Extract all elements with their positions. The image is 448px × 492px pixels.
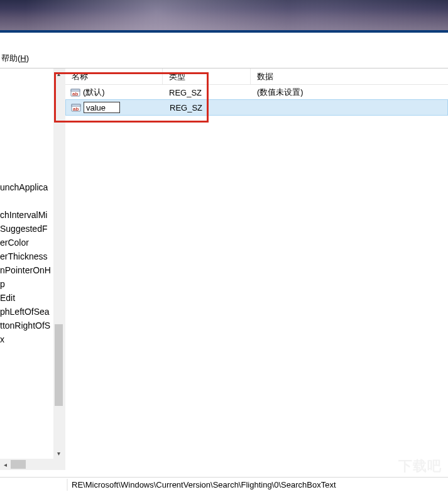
scroll-thumb[interactable] <box>55 324 63 406</box>
cell-name[interactable]: ab <box>66 102 163 113</box>
tree-item[interactable]: unchApplica <box>0 180 57 194</box>
scroll-up-button[interactable]: ▴ <box>53 68 64 79</box>
tree-item[interactable]: x <box>0 332 57 346</box>
tree-item[interactable]: erThickness <box>0 249 57 263</box>
tree-list[interactable]: unchApplica chIntervalMiSuggestedFerColo… <box>0 68 57 346</box>
column-header-type[interactable]: 类型 <box>163 68 251 84</box>
list-body[interactable]: ab(默认)REG_SZ(数值未设置)abREG_SZ <box>65 85 448 116</box>
hscroll-thumb[interactable] <box>11 460 26 469</box>
list-pane: 名称 类型 数据 ab(默认)REG_SZ(数值未设置)abREG_SZ <box>65 68 448 470</box>
list-header[interactable]: 名称 类型 数据 <box>65 68 448 85</box>
scroll-left-button[interactable]: ◂ <box>0 459 11 470</box>
reg-string-icon: ab <box>71 102 81 112</box>
menu-help[interactable]: 帮助(H) <box>1 53 29 64</box>
value-name-label: (默认) <box>83 87 105 98</box>
tree-item[interactable]: SuggestedF <box>0 222 57 236</box>
column-header-data[interactable]: 数据 <box>251 68 448 84</box>
svg-text:ab: ab <box>73 106 79 112</box>
content-area: unchApplica chIntervalMiSuggestedFerColo… <box>0 68 448 470</box>
tree-item[interactable]: phLeftOfSea <box>0 305 57 319</box>
tree-pane[interactable]: unchApplica chIntervalMiSuggestedFerColo… <box>0 68 65 470</box>
list-row[interactable]: abREG_SZ <box>65 99 448 116</box>
window-banner <box>0 0 448 33</box>
tree-item[interactable] <box>0 194 57 208</box>
hscroll-track[interactable] <box>11 459 53 470</box>
scroll-track[interactable] <box>53 79 64 448</box>
column-header-name[interactable]: 名称 <box>65 68 163 84</box>
cell-name[interactable]: ab(默认) <box>65 87 163 98</box>
tree-item[interactable]: ttonRightOfS <box>0 319 57 332</box>
menu-bar: 帮助(H) <box>0 50 448 68</box>
tree-item[interactable]: Edit <box>0 291 57 305</box>
reg-string-icon: ab <box>70 87 80 97</box>
status-path: RE\Microsoft\Windows\CurrentVersion\Sear… <box>68 480 336 489</box>
tree-item[interactable]: p <box>0 277 57 291</box>
cell-data: (数值未设置) <box>251 87 448 98</box>
cell-type: REG_SZ <box>163 103 251 112</box>
status-bar: RE\Microsoft\Windows\CurrentVersion\Sear… <box>0 477 448 492</box>
rename-input[interactable] <box>84 102 120 113</box>
svg-text:ab: ab <box>72 91 78 97</box>
tree-item[interactable]: nPointerOnH <box>0 263 57 277</box>
tree-item[interactable]: chIntervalMi <box>0 208 57 222</box>
tree-vertical-scrollbar[interactable]: ▴ ▾ <box>53 68 64 459</box>
scroll-down-button[interactable]: ▾ <box>53 448 64 459</box>
list-row[interactable]: ab(默认)REG_SZ(数值未设置) <box>65 85 448 100</box>
tree-item[interactable]: erColor <box>0 236 57 249</box>
cell-type: REG_SZ <box>163 88 251 97</box>
